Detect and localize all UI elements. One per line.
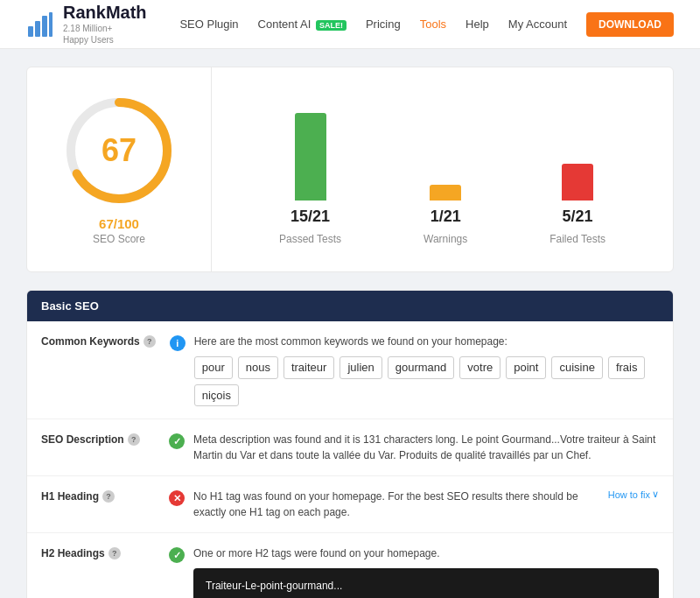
- h2-headings-help[interactable]: ?: [108, 547, 121, 559]
- seo-description-content: Meta description was found and it is 131…: [193, 432, 659, 463]
- warnings-bar-area: [430, 95, 461, 201]
- passed-value: 15/21: [290, 208, 330, 226]
- basic-seo-section: Basic SEO Common Keywords ? i Here are t…: [26, 290, 674, 598]
- logo-text: RankMath: [63, 3, 147, 23]
- h2-headings-content: One or more H2 tags were found on your h…: [193, 545, 659, 598]
- chevron-down-icon: ∨: [652, 489, 659, 500]
- passed-bar: [295, 113, 326, 201]
- common-keywords-help[interactable]: ?: [144, 335, 156, 348]
- failed-bar-area: [562, 95, 593, 201]
- logo-area: RankMath 2.18 Million+ Happy Users: [26, 3, 147, 46]
- nav-seo-plugin[interactable]: SEO Plugin: [179, 18, 238, 31]
- keyword-gourmand: gourmand: [388, 356, 455, 379]
- h2-success-icon: ✓: [169, 547, 185, 563]
- svg-rect-0: [28, 26, 33, 37]
- h1-heading-inner: ✕ No H1 tag was found on your homepage. …: [169, 489, 659, 520]
- h1-heading-row: H1 Heading ? ✕ No H1 tag was found on yo…: [27, 476, 673, 533]
- nav-my-account[interactable]: My Account: [508, 18, 567, 31]
- score-fraction: 67/100: [99, 216, 139, 231]
- error-icon: ✕: [169, 490, 185, 506]
- svg-rect-2: [42, 16, 47, 37]
- h1-heading-content: No H1 tag was found on your homepage. Fo…: [193, 489, 592, 520]
- failed-label: Failed Tests: [550, 233, 606, 245]
- h1-heading-label: H1 Heading ?: [41, 489, 155, 503]
- score-stats: 15/21 Passed Tests 1/21 Warnings 5/21 Fa…: [212, 67, 673, 271]
- warnings-label: Warnings: [424, 233, 467, 245]
- h1-how-to-fix[interactable]: How to fix ∨: [599, 489, 659, 500]
- info-icon: i: [170, 335, 186, 351]
- nav-content-ai[interactable]: Content AI SALE!: [258, 18, 346, 31]
- warnings-stat: 1/21 Warnings: [424, 95, 467, 245]
- svg-rect-1: [35, 21, 40, 37]
- common-keywords-content: Here are the most common keywords we fou…: [194, 334, 659, 406]
- common-keywords-row: Common Keywords ? i Here are the most co…: [27, 321, 673, 419]
- header: RankMath 2.18 Million+ Happy Users SEO P…: [0, 0, 700, 49]
- passed-stat: 15/21 Passed Tests: [279, 95, 341, 245]
- score-number: 67: [102, 132, 136, 169]
- seo-description-help[interactable]: ?: [128, 433, 140, 446]
- basic-seo-header: Basic SEO: [27, 291, 673, 321]
- nav-pricing[interactable]: Pricing: [366, 18, 401, 31]
- keyword-cuisine: cuisine: [551, 356, 602, 379]
- seo-description-inner: ✓ Meta description was found and it is 1…: [169, 432, 659, 463]
- nav-tools[interactable]: Tools: [420, 18, 446, 31]
- sale-badge: SALE!: [316, 20, 346, 31]
- main-content: 67 67/100 SEO Score 15/21 Passed Tests 1…: [0, 49, 700, 598]
- h2-items-block: Traiteur-Le-point-gourmand... Votre trai…: [193, 568, 659, 598]
- passed-label: Passed Tests: [279, 233, 341, 245]
- h1-heading-status: ✕: [169, 489, 186, 506]
- svg-rect-3: [49, 12, 52, 37]
- keyword-pour: pour: [194, 356, 233, 379]
- common-keywords-label: Common Keywords ?: [41, 334, 156, 348]
- failed-stat: 5/21 Failed Tests: [550, 95, 606, 245]
- main-nav: SEO Plugin Content AI SALE! Pricing Tool…: [179, 12, 674, 37]
- h2-headings-inner: ✓ One or more H2 tags were found on your…: [169, 545, 659, 598]
- seo-description-status: ✓: [169, 432, 186, 449]
- common-keywords-status: i: [170, 334, 187, 351]
- keyword-votre: votre: [459, 356, 500, 379]
- warnings-value: 1/21: [430, 208, 461, 226]
- score-circle: 67: [62, 94, 176, 208]
- seo-score-section: 67 67/100 SEO Score: [27, 67, 212, 271]
- h2-headings-label: H2 Headings ?: [41, 545, 155, 559]
- passed-bar-area: [295, 95, 326, 201]
- h1-heading-help[interactable]: ?: [102, 490, 115, 503]
- h2-item-0: Traiteur-Le-point-gourmand...: [206, 577, 647, 596]
- warnings-bar: [430, 185, 461, 201]
- keyword-nicois: niçois: [194, 384, 239, 407]
- failed-value: 5/21: [563, 208, 593, 226]
- success-icon: ✓: [169, 433, 185, 449]
- keyword-traiteur: traiteur: [284, 356, 334, 379]
- rankmath-logo-icon: [26, 11, 54, 39]
- score-label: SEO Score: [93, 233, 145, 245]
- h2-headings-row: H2 Headings ? ✓ One or more H2 tags were…: [27, 533, 673, 598]
- h2-headings-status: ✓: [169, 545, 186, 563]
- logo-sub: 2.18 Million+ Happy Users: [63, 23, 147, 46]
- nav-help[interactable]: Help: [466, 18, 489, 31]
- score-panel: 67 67/100 SEO Score 15/21 Passed Tests 1…: [26, 67, 674, 272]
- seo-description-row: SEO Description ? ✓ Meta description was…: [27, 419, 673, 476]
- failed-bar: [562, 164, 593, 201]
- keyword-julien: julien: [340, 356, 382, 379]
- keyword-point: point: [506, 356, 546, 379]
- keywords-list: pour nous traiteur julien gourmand votre…: [194, 356, 659, 406]
- common-keywords-inner: i Here are the most common keywords we f…: [170, 334, 659, 406]
- seo-description-label: SEO Description ?: [41, 432, 155, 446]
- keyword-frais: frais: [608, 356, 646, 379]
- keyword-nous: nous: [238, 356, 278, 379]
- download-button[interactable]: DOWNLOAD: [586, 12, 674, 37]
